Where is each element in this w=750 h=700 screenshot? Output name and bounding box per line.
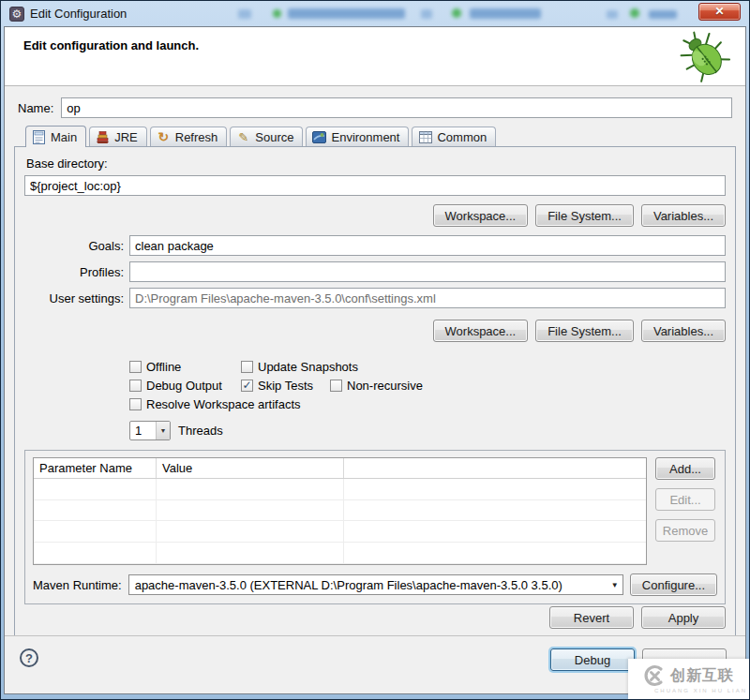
dialog-body: Edit configuration and launch. xyxy=(4,26,746,694)
profiles-input[interactable] xyxy=(129,261,726,282)
environment-icon xyxy=(312,130,326,144)
remove-button[interactable]: Remove xyxy=(655,519,715,542)
main-area: Name: Main JRE ↻ xyxy=(5,86,745,635)
profiles-row: Profiles: xyxy=(24,261,726,282)
apply-button[interactable]: Apply xyxy=(641,606,726,629)
tab-label: Refresh xyxy=(175,130,218,144)
maven-runtime-select[interactable]: apache-maven-3.5.0 (EXTERNAL D:\Program … xyxy=(128,574,623,595)
censored-taskbar-item xyxy=(452,8,461,18)
jre-books-icon xyxy=(96,130,110,144)
watermark-logo-icon xyxy=(643,664,666,687)
file-system-button[interactable]: File System... xyxy=(535,320,634,342)
user-settings-input[interactable] xyxy=(129,288,726,308)
file-system-button[interactable]: File System... xyxy=(535,204,634,227)
censored-taskbar-item xyxy=(273,9,281,18)
help-button[interactable]: ? xyxy=(20,648,38,667)
checkbox-box xyxy=(241,361,253,373)
dialog-header: Edit configuration and launch. xyxy=(5,27,745,86)
checkbox-box xyxy=(129,361,142,373)
checkbox-non-recursive[interactable]: Non-recursive xyxy=(330,379,423,393)
parameter-table[interactable]: Parameter Name Value xyxy=(33,457,647,565)
base-directory-buttons: Workspace... File System... Variables... xyxy=(24,204,726,227)
checkbox-box-checked: ✓ xyxy=(241,380,253,392)
checkbox-offline[interactable]: Offline xyxy=(129,360,241,374)
configure-button[interactable]: Configure... xyxy=(630,573,717,596)
checkbox-debug-output[interactable]: Debug Output xyxy=(129,379,241,393)
user-settings-label: User settings: xyxy=(24,291,124,305)
tab-main[interactable]: Main xyxy=(25,126,86,147)
window-title: Edit Configuration xyxy=(30,7,127,21)
gear-icon: ⚙ xyxy=(9,7,24,22)
tab-label: Main xyxy=(51,130,77,144)
censored-taskbar-item xyxy=(630,8,639,18)
maven-runtime-row: Maven Runtime: apache-maven-3.5.0 (EXTER… xyxy=(33,573,717,596)
checkbox-box xyxy=(129,380,142,392)
variables-button[interactable]: Variables... xyxy=(641,320,726,342)
tab-source[interactable]: ✎ Source xyxy=(230,127,303,146)
tab-label: JRE xyxy=(114,130,138,144)
tab-common[interactable]: Common xyxy=(412,127,496,146)
column-header-value[interactable]: Value xyxy=(157,458,344,478)
table-row[interactable] xyxy=(34,521,646,543)
watermark-subtext: CHUANG XIN HU LIAN xyxy=(654,688,747,693)
checkbox-update-snapshots[interactable]: Update Snapshots xyxy=(241,360,358,374)
name-label: Name: xyxy=(18,101,53,115)
chevron-down-icon: ▼ xyxy=(156,422,170,439)
edit-configuration-window: ⚙ Edit Configuration ✕ Edit configuratio… xyxy=(0,0,750,700)
table-row[interactable] xyxy=(34,500,646,522)
source-pencil-icon: ✎ xyxy=(236,130,250,144)
refresh-icon: ↻ xyxy=(157,130,171,144)
tab-environment[interactable]: Environment xyxy=(306,127,409,146)
table-row[interactable] xyxy=(34,479,646,500)
base-directory-label: Base directory: xyxy=(26,156,726,171)
name-input[interactable] xyxy=(61,97,732,118)
options-checkboxes: Offline Update Snapshots Debug Output xyxy=(129,357,726,413)
main-tab-content: Base directory: Workspace... File System… xyxy=(14,146,736,635)
title-bar[interactable]: ⚙ Edit Configuration ✕ xyxy=(4,1,746,26)
censored-taskbar-item xyxy=(470,8,541,19)
name-row: Name: xyxy=(18,97,732,118)
user-settings-buttons: Workspace... File System... Variables... xyxy=(24,320,726,342)
add-button[interactable]: Add... xyxy=(655,457,715,480)
workspace-button[interactable]: Workspace... xyxy=(433,204,529,227)
table-row[interactable] xyxy=(34,543,646,564)
close-window-button[interactable]: ✕ xyxy=(698,3,741,21)
tab-label: Environment xyxy=(331,130,399,144)
workspace-button[interactable]: Workspace... xyxy=(433,320,529,342)
edit-button[interactable]: Edit... xyxy=(655,488,715,511)
maven-runtime-label: Maven Runtime: xyxy=(33,578,122,592)
base-directory-input[interactable] xyxy=(24,175,726,196)
censored-taskbar-item xyxy=(649,10,677,19)
checkbox-box xyxy=(330,380,342,392)
censored-taskbar-item xyxy=(421,9,432,19)
parameter-table-buttons: Add... Edit... Remove xyxy=(655,457,717,565)
threads-select[interactable]: 1 ▼ xyxy=(129,421,171,440)
column-header-parameter-name[interactable]: Parameter Name xyxy=(34,458,157,478)
censored-taskbar-item xyxy=(607,10,618,19)
user-settings-row: User settings: xyxy=(24,288,726,308)
parameters-group: Parameter Name Value Add... Edit... xyxy=(24,450,726,604)
watermark-brand: 创新互联 xyxy=(670,666,734,686)
checkbox-box xyxy=(129,398,142,410)
table-header-row: Parameter Name Value xyxy=(34,458,646,479)
chevron-down-icon: ▼ xyxy=(608,581,622,589)
revert-apply-row: Revert Apply xyxy=(24,604,726,635)
table-icon xyxy=(418,130,432,144)
profiles-label: Profiles: xyxy=(24,265,124,279)
tab-jre[interactable]: JRE xyxy=(89,127,147,146)
revert-button[interactable]: Revert xyxy=(549,606,634,629)
checkbox-resolve-workspace-artifacts[interactable]: Resolve Workspace artifacts xyxy=(129,397,301,411)
tab-bar: Main JRE ↻ Refresh ✎ Source xyxy=(25,126,736,146)
header-message: Edit configuration and launch. xyxy=(23,38,745,52)
tab-label: Common xyxy=(437,130,487,144)
goals-row: Goals: xyxy=(24,235,726,256)
column-header-blank xyxy=(344,458,646,478)
goals-label: Goals: xyxy=(24,239,124,253)
censored-taskbar-item xyxy=(288,8,405,19)
debug-button[interactable]: Debug xyxy=(550,648,635,671)
checkbox-skip-tests[interactable]: ✓ Skip Tests xyxy=(241,379,330,393)
tab-label: Source xyxy=(255,130,293,144)
goals-input[interactable] xyxy=(129,235,726,256)
variables-button[interactable]: Variables... xyxy=(641,204,726,227)
tab-refresh[interactable]: ↻ Refresh xyxy=(150,127,228,146)
